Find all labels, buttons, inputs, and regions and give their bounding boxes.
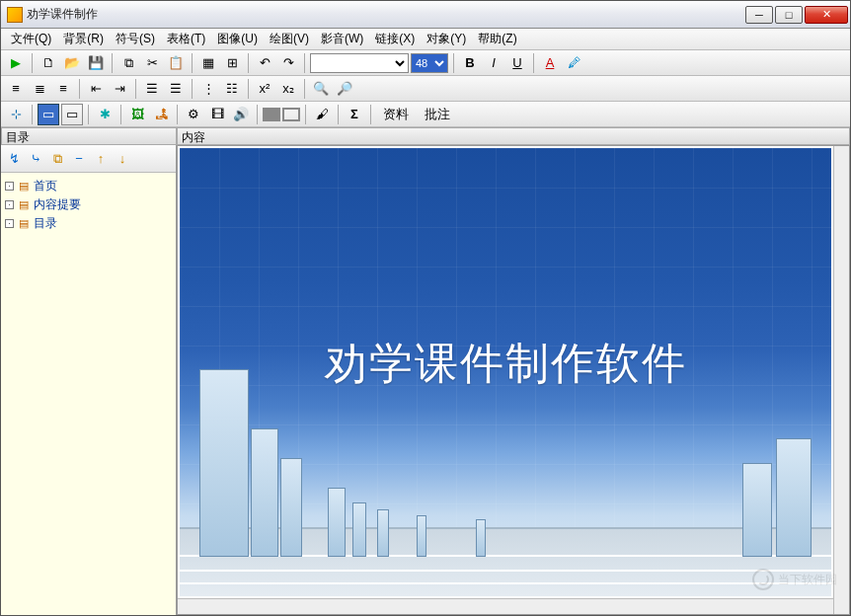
star-icon[interactable]: ✱ [94,104,116,125]
slide-illustration [180,419,831,596]
list-bullet-icon[interactable]: ☷ [221,78,243,100]
image-icon[interactable]: 🖼 [126,104,148,125]
sound-icon[interactable]: 🔊 [230,104,252,125]
list-tree-icon[interactable]: ⋮ [197,78,219,100]
font-size-select[interactable]: 48 [411,53,448,73]
content-panel: 劝学课件制作软件 当下软件园 [177,145,850,615]
vertical-scrollbar[interactable] [833,146,849,614]
slide: 劝学课件制作软件 [180,148,831,596]
expand-icon[interactable]: · [5,182,14,191]
sidebar-toolbar: ↯ ⤷ ⧉ − ↑ ↓ [1,145,176,173]
menu-symbol[interactable]: 符号(S) [110,29,161,49]
move-up-icon[interactable]: ↑ [92,150,110,168]
align-right-icon[interactable]: ≡ [52,78,74,100]
cut-icon[interactable]: ✂ [141,52,163,74]
play-icon[interactable]: ▶ [5,52,27,74]
maximize-button[interactable]: □ [775,6,803,24]
slide-title: 劝学课件制作软件 [180,334,831,392]
menu-link[interactable]: 链接(X) [369,29,421,49]
menu-draw[interactable]: 绘图(V) [264,29,315,49]
pizhu-button[interactable]: 批注 [418,104,457,125]
delete-node-icon[interactable]: − [70,150,88,168]
tree-label: 首页 [34,178,57,194]
find-icon[interactable]: 🔍 [310,78,332,100]
page-icon: ▤ [18,218,30,230]
rect-outline-icon[interactable] [282,108,300,121]
menu-table[interactable]: 表格(T) [161,29,211,49]
brush-icon[interactable]: 🖌 [311,104,333,125]
expand-icon[interactable]: · [5,200,14,209]
tree-node-icon[interactable]: ⊹ [5,104,27,125]
font-color-icon[interactable]: A [539,52,561,74]
toolbar-insert: ⊹ ▭ ▭ ✱ 🖼 🏞 ⚙ 🎞 🔊 🖌 Σ 资料 批注 [1,102,850,127]
align-center-icon[interactable]: ≣ [29,78,50,100]
save-icon[interactable]: 💾 [85,52,107,74]
photo-icon[interactable]: 🏞 [150,104,172,125]
highlight-icon[interactable]: 🖉 [563,52,584,74]
duplicate-icon[interactable]: ⧉ [48,150,66,168]
toolbar-main: ▶ 🗋 📂 💾 ⧉ ✂ 📋 ▦ ⊞ ↶ ↷ 48 B I U A 🖉 [1,50,850,76]
app-icon [7,7,23,23]
subscript-icon[interactable]: x₂ [277,78,299,100]
menu-file[interactable]: 文件(Q) [5,29,57,49]
superscript-icon[interactable]: x² [254,78,275,100]
rect-fill-icon[interactable] [263,108,280,121]
horizontal-scrollbar[interactable] [178,598,833,614]
menubar: 文件(Q) 背景(R) 符号(S) 表格(T) 图像(U) 绘图(V) 影音(W… [1,29,850,50]
new-icon[interactable]: 🗋 [38,52,59,74]
sigma-icon[interactable]: Σ [344,104,365,125]
tree-label: 内容提要 [34,196,81,213]
page-white-icon[interactable]: ▭ [61,104,83,125]
open-icon[interactable]: 📂 [61,52,83,74]
ruler-icon[interactable]: ⊞ [221,52,243,74]
page-blue-icon[interactable]: ▭ [38,104,59,125]
add-node-icon[interactable]: ↯ [5,150,23,168]
line-spacing-2-icon[interactable]: ☰ [165,78,187,100]
font-select[interactable] [310,53,409,73]
window-title: 劝学课件制作 [27,6,745,23]
bold-icon[interactable]: B [459,52,481,74]
tree-item-toc[interactable]: · ▤ 目录 [3,214,174,233]
minimize-button[interactable]: ─ [745,6,773,24]
toolbar-format: ≡ ≣ ≡ ⇤ ⇥ ☰ ☰ ⋮ ☷ x² x₂ 🔍 🔎 [1,76,850,102]
replace-icon[interactable]: 🔎 [334,78,355,100]
move-down-icon[interactable]: ↓ [114,150,131,168]
window-controls: ─ □ ✕ [745,6,848,24]
add-child-icon[interactable]: ⤷ [27,150,44,168]
content-header: 内容 [177,127,850,145]
undo-icon[interactable]: ↶ [254,52,275,74]
tool-1-icon[interactable]: ⚙ [183,104,204,125]
sidebar: ↯ ⤷ ⧉ − ↑ ↓ · ▤ 首页 · ▤ 内容提要 · ▤ 目录 [1,145,177,615]
copy-icon[interactable]: ⧉ [117,52,139,74]
menu-help[interactable]: 帮助(Z) [472,29,522,49]
outline-tree: · ▤ 首页 · ▤ 内容提要 · ▤ 目录 [1,173,176,615]
line-spacing-1-icon[interactable]: ☰ [141,78,163,100]
menu-media[interactable]: 影音(W) [315,29,369,49]
tree-item-summary[interactable]: · ▤ 内容提要 [3,195,174,214]
close-button[interactable]: ✕ [805,6,848,24]
film-icon[interactable]: 🎞 [206,104,228,125]
canvas[interactable]: 劝学课件制作软件 当下软件园 [177,145,850,615]
page-icon: ▤ [18,181,30,192]
menu-object[interactable]: 对象(Y) [421,29,472,49]
menu-background[interactable]: 背景(R) [57,29,110,49]
indent-increase-icon[interactable]: ⇥ [109,78,130,100]
underline-icon[interactable]: U [506,52,528,74]
page-icon: ▤ [18,199,30,211]
italic-icon[interactable]: I [483,52,504,74]
tree-item-home[interactable]: · ▤ 首页 [3,177,174,195]
align-left-icon[interactable]: ≡ [5,78,27,100]
expand-icon[interactable]: · [5,219,14,228]
menu-image[interactable]: 图像(U) [211,29,264,49]
sidebar-header: 目录 [1,127,177,145]
ziliao-button[interactable]: 资料 [376,104,416,125]
paste-icon[interactable]: 📋 [165,52,187,74]
tree-label: 目录 [34,215,57,232]
titlebar: 劝学课件制作 ─ □ ✕ [1,1,850,29]
indent-decrease-icon[interactable]: ⇤ [85,78,107,100]
redo-icon[interactable]: ↷ [277,52,299,74]
grid-icon[interactable]: ▦ [197,52,219,74]
